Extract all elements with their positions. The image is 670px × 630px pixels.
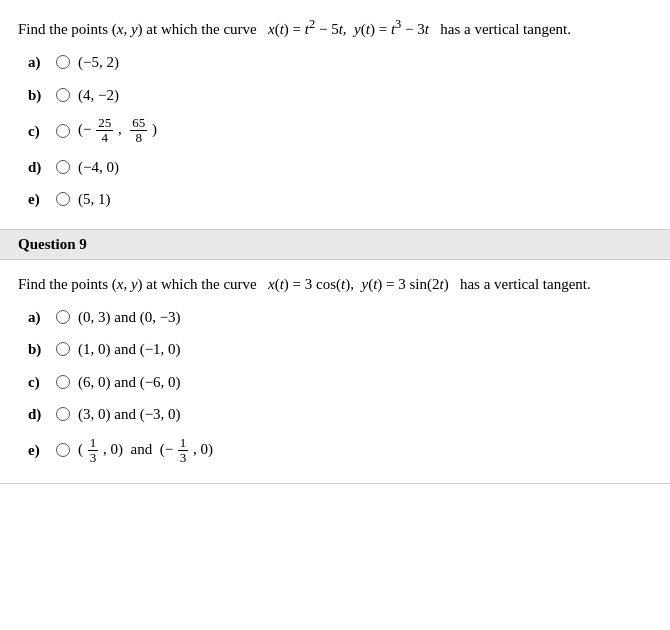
q8-option-a[interactable]: a) (−5, 2) xyxy=(28,51,652,74)
q9-label-a: a) xyxy=(28,306,56,329)
q8-text-b: (4, −2) xyxy=(78,84,119,107)
q8-frac-den: 65 8 xyxy=(130,116,147,146)
q9-options: a) (0, 3) and (0, −3) b) (1, 0) and (−1,… xyxy=(28,306,652,466)
q9-radio-c[interactable] xyxy=(56,375,70,389)
q9-text-d: (3, 0) and (−3, 0) xyxy=(78,403,181,426)
q9-label-b: b) xyxy=(28,338,56,361)
q8-option-c[interactable]: c) (− 25 4 , 65 8 ) xyxy=(28,116,652,146)
q8-block: Find the points (x, y) at which the curv… xyxy=(0,0,670,229)
q9-text-b: (1, 0) and (−1, 0) xyxy=(78,338,181,361)
q8-option-b[interactable]: b) (4, −2) xyxy=(28,84,652,107)
q9-option-b[interactable]: b) (1, 0) and (−1, 0) xyxy=(28,338,652,361)
q8-label-d: d) xyxy=(28,156,56,179)
q8-label-a: a) xyxy=(28,51,56,74)
q9-label-c: c) xyxy=(28,371,56,394)
q9-text-a: (0, 3) and (0, −3) xyxy=(78,306,181,329)
q9-label-d: d) xyxy=(28,403,56,426)
q9-block: Find the points (x, y) at which the curv… xyxy=(0,260,670,485)
q8-text-d: (−4, 0) xyxy=(78,156,119,179)
q9-option-e[interactable]: e) ( 1 3 , 0) and (− 1 3 , 0) xyxy=(28,436,652,466)
q8-label-e: e) xyxy=(28,188,56,211)
q8-radio-e[interactable] xyxy=(56,192,70,206)
q8-label-c: c) xyxy=(28,120,56,143)
q8-text-c: (− 25 4 , 65 8 ) xyxy=(78,116,157,146)
q9-text-e: ( 1 3 , 0) and (− 1 3 , 0) xyxy=(78,436,213,466)
q9-option-d[interactable]: d) (3, 0) and (−3, 0) xyxy=(28,403,652,426)
q9-frac1: 1 3 xyxy=(88,436,99,466)
q8-frac-num: 25 4 xyxy=(96,116,113,146)
q8-question-text: Find the points (x, y) at which the curv… xyxy=(18,14,652,41)
q8-text-e: (5, 1) xyxy=(78,188,111,211)
q8-label-b: b) xyxy=(28,84,56,107)
q9-radio-b[interactable] xyxy=(56,342,70,356)
q8-text-a: (−5, 2) xyxy=(78,51,119,74)
q8-option-e[interactable]: e) (5, 1) xyxy=(28,188,652,211)
q9-header-label: Question 9 xyxy=(18,236,87,252)
q9-label-e: e) xyxy=(28,439,56,462)
q9-radio-a[interactable] xyxy=(56,310,70,324)
q8-radio-d[interactable] xyxy=(56,160,70,174)
q8-radio-b[interactable] xyxy=(56,88,70,102)
q9-question-text: Find the points (x, y) at which the curv… xyxy=(18,272,652,296)
q9-radio-e[interactable] xyxy=(56,443,70,457)
q8-radio-a[interactable] xyxy=(56,55,70,69)
q8-options: a) (−5, 2) b) (4, −2) c) (− 25 4 , 65 xyxy=(28,51,652,211)
q8-option-d[interactable]: d) (−4, 0) xyxy=(28,156,652,179)
q9-header: Question 9 xyxy=(0,229,670,260)
q9-text-c: (6, 0) and (−6, 0) xyxy=(78,371,181,394)
q8-radio-c[interactable] xyxy=(56,124,70,138)
q9-frac2: 1 3 xyxy=(178,436,189,466)
q9-option-a[interactable]: a) (0, 3) and (0, −3) xyxy=(28,306,652,329)
q9-radio-d[interactable] xyxy=(56,407,70,421)
q9-option-c[interactable]: c) (6, 0) and (−6, 0) xyxy=(28,371,652,394)
